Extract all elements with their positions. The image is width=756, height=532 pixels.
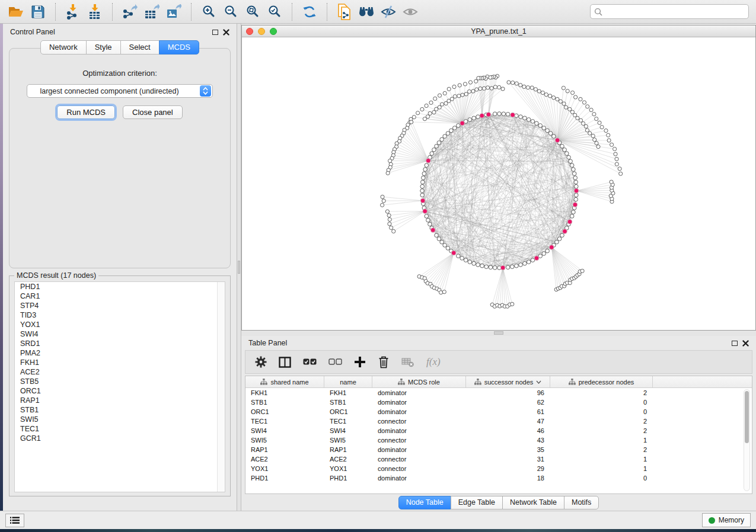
horizontal-splitter[interactable] xyxy=(241,331,756,336)
network-node[interactable] xyxy=(607,133,610,137)
network-node[interactable] xyxy=(482,86,486,90)
tab-edge-table[interactable]: Edge Table xyxy=(451,496,503,509)
mcds-result-item[interactable]: YOX1 xyxy=(15,320,225,329)
network-node[interactable] xyxy=(570,110,574,114)
network-node[interactable] xyxy=(457,124,461,128)
network-node[interactable] xyxy=(387,214,391,217)
network-node[interactable] xyxy=(572,210,576,214)
network-node[interactable] xyxy=(548,94,552,98)
close-panel-icon[interactable] xyxy=(223,29,229,36)
network-node[interactable] xyxy=(569,159,573,164)
network-node[interactable] xyxy=(567,155,571,159)
network-node[interactable] xyxy=(580,269,584,273)
network-node[interactable] xyxy=(556,97,559,101)
network-node[interactable] xyxy=(568,107,572,111)
mcds-node[interactable] xyxy=(567,219,572,224)
network-node[interactable] xyxy=(555,240,559,244)
network-node[interactable] xyxy=(422,176,426,180)
network-node[interactable] xyxy=(421,180,425,184)
network-node[interactable] xyxy=(546,129,550,133)
network-node[interactable] xyxy=(489,265,493,270)
network-node[interactable] xyxy=(479,87,482,91)
mcds-result-item[interactable]: SRD1 xyxy=(15,339,225,348)
network-node[interactable] xyxy=(471,89,475,93)
network-node[interactable] xyxy=(467,89,471,93)
network-node[interactable] xyxy=(425,214,429,219)
network-node[interactable] xyxy=(432,148,436,152)
network-node[interactable] xyxy=(592,113,596,116)
network-node[interactable] xyxy=(420,107,424,111)
network-node[interactable] xyxy=(573,113,577,117)
network-node[interactable] xyxy=(439,291,443,294)
tab-select[interactable]: Select xyxy=(120,40,160,55)
network-node[interactable] xyxy=(604,129,608,132)
network-node[interactable] xyxy=(595,142,598,145)
network-node[interactable] xyxy=(614,152,617,156)
network-node[interactable] xyxy=(497,112,502,116)
network-node[interactable] xyxy=(476,115,480,119)
settings-gear-icon[interactable] xyxy=(255,356,267,368)
network-node[interactable] xyxy=(412,116,416,119)
table-row[interactable]: SWI5SWI5connector431 xyxy=(245,435,752,445)
criterion-dropdown[interactable]: largest connected component (undirected) xyxy=(27,84,213,98)
table-scrollbar[interactable] xyxy=(744,389,750,491)
network-node[interactable] xyxy=(477,76,480,80)
network-node[interactable] xyxy=(600,126,604,129)
network-node[interactable] xyxy=(574,180,578,184)
mcds-node[interactable] xyxy=(549,245,554,250)
network-node[interactable] xyxy=(426,218,430,222)
network-node[interactable] xyxy=(501,87,505,91)
network-node[interactable] xyxy=(390,226,393,229)
network-node[interactable] xyxy=(579,97,582,101)
network-node[interactable] xyxy=(388,159,392,162)
network-node[interactable] xyxy=(613,147,617,150)
network-node[interactable] xyxy=(437,237,441,241)
mcds-result-item[interactable]: RAP1 xyxy=(15,396,225,405)
network-node[interactable] xyxy=(565,152,569,156)
network-node[interactable] xyxy=(449,129,454,133)
network-node[interactable] xyxy=(468,81,472,84)
mcds-result-item[interactable]: TID3 xyxy=(15,310,225,320)
network-node[interactable] xyxy=(582,101,586,104)
network-node[interactable] xyxy=(464,92,468,96)
network-node[interactable] xyxy=(388,222,391,226)
mcds-node[interactable] xyxy=(511,113,515,117)
network-node[interactable] xyxy=(472,116,476,120)
network-node[interactable] xyxy=(460,257,464,261)
network-node[interactable] xyxy=(388,217,391,221)
network-node[interactable] xyxy=(530,86,534,89)
run-mcds-button[interactable]: Run MCDS xyxy=(57,105,115,119)
network-node[interactable] xyxy=(442,290,446,294)
network-node[interactable] xyxy=(598,121,601,124)
network-node[interactable] xyxy=(531,120,535,124)
network-node[interactable] xyxy=(440,240,444,244)
network-node[interactable] xyxy=(582,121,585,125)
network-node[interactable] xyxy=(589,108,593,112)
network-node[interactable] xyxy=(523,116,527,120)
network-node[interactable] xyxy=(584,124,588,128)
network-node[interactable] xyxy=(564,105,568,109)
mcds-result-item[interactable]: GCR1 xyxy=(15,434,225,443)
network-node[interactable] xyxy=(437,141,441,145)
table-row[interactable]: TEC1TEC1connector472 xyxy=(245,416,752,426)
network-node[interactable] xyxy=(452,85,456,88)
network-node[interactable] xyxy=(443,134,447,139)
network-node[interactable] xyxy=(563,148,567,152)
network-node[interactable] xyxy=(552,134,556,139)
network-node[interactable] xyxy=(430,152,434,156)
network-node[interactable] xyxy=(425,104,428,107)
network-node[interactable] xyxy=(615,162,618,166)
refresh-icon[interactable] xyxy=(301,3,318,21)
network-node[interactable] xyxy=(416,111,420,115)
network-node[interactable] xyxy=(515,264,519,268)
network-node[interactable] xyxy=(435,233,439,238)
mcds-result-item[interactable]: STB1 xyxy=(15,405,225,415)
save-session-icon[interactable] xyxy=(29,3,47,21)
network-node[interactable] xyxy=(438,94,441,97)
network-node[interactable] xyxy=(472,261,476,265)
network-node[interactable] xyxy=(457,94,461,98)
deselect-all-icon[interactable] xyxy=(328,358,342,366)
network-node[interactable] xyxy=(458,84,461,87)
column-header-shared-name[interactable]: shared name xyxy=(245,376,324,387)
column-header-successor-nodes[interactable]: successor nodes xyxy=(466,376,550,387)
